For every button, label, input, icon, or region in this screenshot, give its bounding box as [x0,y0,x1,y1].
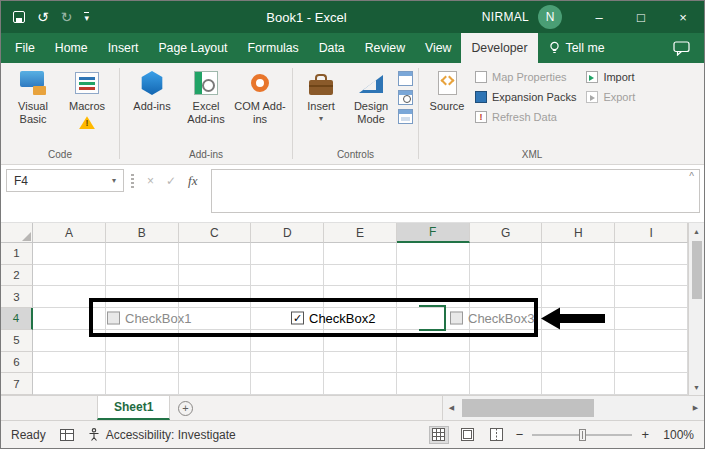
properties-icon[interactable] [398,71,413,86]
cell-I6[interactable] [615,352,688,374]
vertical-scrollbar[interactable]: ▲ ▼ [688,223,704,395]
checkbox-1[interactable]: CheckBox1 [107,310,191,325]
cell-A7[interactable] [33,373,106,395]
cell-C6[interactable] [179,352,252,374]
scroll-up-icon[interactable]: ▲ [689,223,704,239]
column-header-B[interactable]: B [106,223,179,243]
cell-I4[interactable] [615,308,688,330]
checkbox-3[interactable]: CheckBox3 [450,310,534,325]
cancel-icon[interactable]: × [147,174,154,188]
cell-C2[interactable] [179,265,252,287]
customize-qat-icon[interactable]: ▾ [84,12,89,23]
record-macro-icon[interactable] [60,429,74,441]
cell-A1[interactable] [33,243,106,265]
cell-G1[interactable] [470,243,543,265]
cell-A6[interactable] [33,352,106,374]
refresh-data-button[interactable]: ! Refresh Data [470,107,562,127]
run-dialog-icon[interactable] [398,109,413,124]
normal-view-icon[interactable] [429,426,449,444]
cell-B2[interactable] [106,265,179,287]
cell-H2[interactable] [542,265,615,287]
map-properties-button[interactable]: Map Properties [470,67,572,87]
row-header-7[interactable]: 7 [1,373,33,395]
save-icon[interactable] [13,11,25,23]
tab-formulas[interactable]: Formulas [237,33,308,63]
vertical-scroll-thumb[interactable] [692,241,702,299]
checkbox-2[interactable]: ✓ CheckBox2 [291,310,375,325]
tab-home[interactable]: Home [45,33,98,63]
cell-H3[interactable] [542,286,615,308]
checkbox-2-box[interactable]: ✓ [291,311,304,324]
cell-F2[interactable] [397,265,470,287]
cell-H1[interactable] [542,243,615,265]
insert-control-button[interactable]: Insert ▾ [298,67,344,124]
cell-D1[interactable] [251,243,324,265]
visual-basic-button[interactable]: Visual Basic [6,67,60,126]
name-box[interactable]: F4 ▾ [6,169,124,192]
cell-E7[interactable] [324,373,397,395]
formula-input[interactable]: ^ [211,169,700,213]
insert-function-icon[interactable]: fx [188,173,197,189]
formula-bar-splitter[interactable] [131,174,134,188]
view-code-icon[interactable] [398,90,413,105]
cell-G6[interactable] [470,352,543,374]
cell-C7[interactable] [179,373,252,395]
column-header-D[interactable]: D [251,223,324,243]
close-button[interactable]: × [662,1,704,33]
cell-I5[interactable] [615,330,688,352]
row-header-4[interactable]: 4 [1,308,33,330]
cell-D2[interactable] [251,265,324,287]
horizontal-scrollbar[interactable]: ◀ ▶ [442,396,704,420]
cell-F6[interactable] [397,352,470,374]
cell-B7[interactable] [106,373,179,395]
cell-B6[interactable] [106,352,179,374]
row-header-2[interactable]: 2 [1,265,33,287]
avatar[interactable]: N [538,5,562,29]
tab-data[interactable]: Data [309,33,355,63]
tab-developer[interactable]: Developer [461,33,537,63]
checkbox-3-box[interactable] [450,311,463,324]
user-name[interactable]: NIRMAL [482,10,529,24]
name-box-dropdown-icon[interactable]: ▾ [105,176,123,185]
tab-view[interactable]: View [415,33,461,63]
scroll-left-icon[interactable]: ◀ [443,404,460,412]
cell-F7[interactable] [397,373,470,395]
cell-E2[interactable] [324,265,397,287]
column-header-H[interactable]: H [542,223,615,243]
cell-I3[interactable] [615,286,688,308]
tab-insert[interactable]: Insert [98,33,149,63]
tab-file[interactable]: File [5,33,45,63]
cell-B1[interactable] [106,243,179,265]
column-header-I[interactable]: I [615,223,688,243]
row-header-5[interactable]: 5 [1,330,33,352]
zoom-out-icon[interactable]: − [516,427,524,442]
redo-icon[interactable]: ↻ [61,10,73,24]
tab-review[interactable]: Review [355,33,415,63]
tell-me-box[interactable]: Tell me [538,33,615,63]
import-button[interactable]: Import [581,67,639,87]
column-header-G[interactable]: G [470,223,543,243]
cell-C1[interactable] [179,243,252,265]
cell-E6[interactable] [324,352,397,374]
page-break-view-icon[interactable] [487,426,507,444]
accessibility-checker[interactable]: Accessibility: Investigate [88,428,236,442]
cell-I1[interactable] [615,243,688,265]
select-all-corner[interactable] [1,223,33,243]
cell-I7[interactable] [615,373,688,395]
cell-F1[interactable] [397,243,470,265]
excel-addins-button[interactable]: Excel Add-ins [179,67,233,126]
macro-security-warning-icon[interactable]: ! [79,116,95,129]
row-header-3[interactable]: 3 [1,286,33,308]
cell-G7[interactable] [470,373,543,395]
minimize-button[interactable]: – [578,1,620,33]
design-mode-button[interactable]: Design Mode [344,67,398,126]
column-header-E[interactable]: E [324,223,397,243]
cell-D7[interactable] [251,373,324,395]
column-header-A[interactable]: A [33,223,106,243]
zoom-slider[interactable] [532,428,632,442]
cell-A2[interactable] [33,265,106,287]
undo-icon[interactable]: ↺ [37,10,49,24]
cell-H5[interactable] [542,330,615,352]
macros-button[interactable]: Macros [60,67,114,113]
horizontal-scroll-thumb[interactable] [462,399,594,417]
